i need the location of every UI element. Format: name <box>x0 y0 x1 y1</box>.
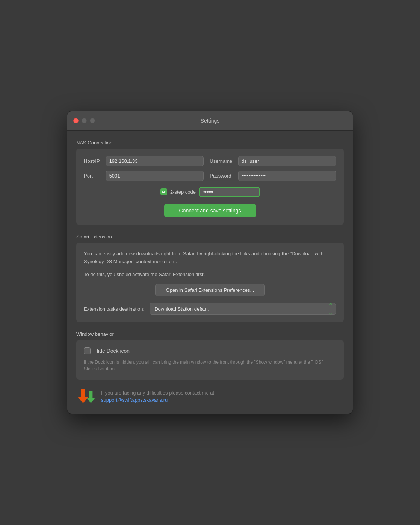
close-button[interactable] <box>73 118 79 123</box>
maximize-button[interactable] <box>90 118 95 123</box>
app-logo <box>78 389 95 403</box>
checkmark-icon <box>162 190 166 194</box>
extension-dest-select[interactable]: Download Station default Custom folder <box>150 303 336 315</box>
password-label: Password <box>210 173 232 179</box>
titlebar: Settings <box>67 111 353 131</box>
two-step-checkbox-container: 2-step code <box>160 188 196 195</box>
password-input[interactable] <box>238 171 336 181</box>
arrow-green-icon <box>87 391 95 403</box>
open-safari-extensions-button[interactable]: Open in Safari Extensions Preferences... <box>155 284 265 296</box>
support-link[interactable]: support@swiftapps.skavans.ru <box>101 397 214 403</box>
window-title: Settings <box>201 118 220 124</box>
hide-dock-checkbox[interactable] <box>84 347 91 354</box>
window-behavior-card: Hide Dock icon if the Dock icon is hidde… <box>76 340 344 380</box>
host-label: Host/IP <box>84 158 100 164</box>
safari-description-2: To do this, you should activate the Safa… <box>84 271 336 279</box>
safari-section-label: Safari Extension <box>76 234 344 240</box>
settings-window: Settings NAS Connection Host/IP Username… <box>67 111 353 414</box>
hide-dock-label: Hide Dock icon <box>94 348 130 354</box>
contact-text: If you are facing any difficulties pleas… <box>101 390 214 396</box>
two-step-row: 2-step code <box>84 187 336 197</box>
connect-save-button[interactable]: Connect and save settings <box>164 204 256 217</box>
footer: If you are facing any difficulties pleas… <box>76 389 344 403</box>
port-label: Port <box>84 173 100 179</box>
extension-dest-row: Extension tasks destination: Download St… <box>84 303 336 315</box>
two-step-label: 2-step code <box>170 189 196 195</box>
two-step-input[interactable] <box>199 187 260 197</box>
safari-description-1: You can easily add new downloads right f… <box>84 250 336 266</box>
port-input[interactable] <box>106 171 204 181</box>
username-input[interactable] <box>238 156 336 166</box>
extension-dest-select-wrapper: Download Station default Custom folder ⌃… <box>150 303 336 315</box>
traffic-lights <box>73 118 95 123</box>
hide-dock-row: Hide Dock icon <box>84 347 336 354</box>
footer-text-container: If you are facing any difficulties pleas… <box>101 389 214 403</box>
nas-grid: Host/IP Username Port Password <box>84 156 336 181</box>
username-label: Username <box>210 158 232 164</box>
extension-dest-label: Extension tasks destination: <box>84 306 144 312</box>
minimize-button[interactable] <box>82 118 87 123</box>
nas-card: Host/IP Username Port Password 2-step co <box>76 149 344 225</box>
hide-dock-description: if the Dock icon is hidden, you still ca… <box>84 359 336 372</box>
safari-card: You can easily add new downloads right f… <box>76 243 344 322</box>
nas-section-label: NAS Connection <box>76 140 344 146</box>
window-behavior-label: Window behavior <box>76 331 344 337</box>
host-input[interactable] <box>106 156 204 166</box>
content-area: NAS Connection Host/IP Username Port Pas… <box>67 131 353 414</box>
arrow-orange-icon <box>78 389 88 403</box>
two-step-checkbox[interactable] <box>160 188 167 195</box>
